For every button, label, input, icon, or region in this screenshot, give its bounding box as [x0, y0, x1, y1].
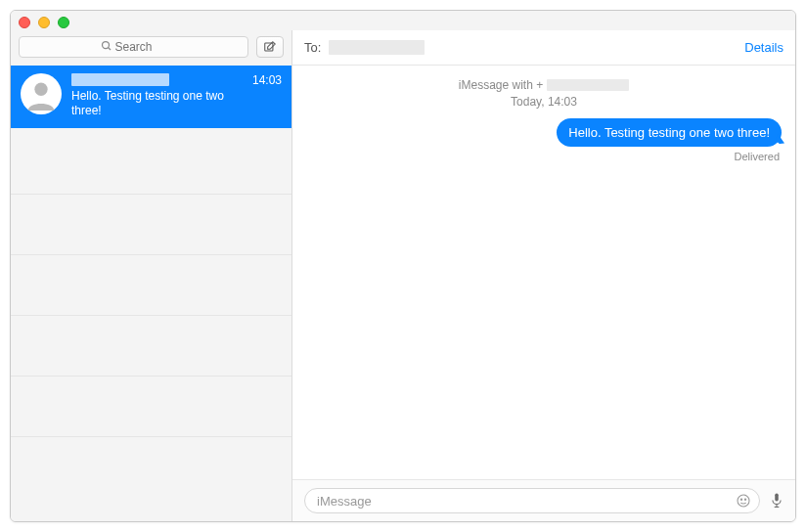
conversation-sidebar: 14:03 Hello. Testing testing one two thr… — [11, 30, 292, 521]
emoji-icon[interactable] — [736, 493, 751, 509]
list-item — [11, 255, 291, 316]
contact-name-redacted — [71, 73, 169, 86]
recipient-redacted[interactable] — [329, 40, 425, 55]
message-field[interactable] — [304, 488, 760, 513]
svg-point-7 — [744, 499, 745, 500]
list-item — [11, 195, 291, 255]
conversation-time: 14:03 — [252, 73, 282, 87]
to-bar: To: Details — [292, 30, 795, 66]
message-bubble[interactable]: Hello. Testing testing one two three! — [557, 118, 782, 147]
microphone-icon[interactable] — [770, 492, 784, 510]
list-item — [11, 134, 291, 195]
svg-point-6 — [740, 499, 741, 500]
conversation-body: 14:03 Hello. Testing testing one two thr… — [71, 73, 282, 118]
search-field-wrap — [19, 36, 248, 58]
window-close-button[interactable] — [19, 17, 30, 28]
conversation-preview: Hello. Testing testing one two three! — [71, 89, 247, 118]
window-titlebar — [11, 11, 795, 30]
message-input[interactable] — [317, 494, 736, 509]
messages-window: 14:03 Hello. Testing testing one two thr… — [10, 10, 796, 522]
thread-timestamp: Today, 14:03 — [306, 94, 782, 111]
message-row-outgoing: Hello. Testing testing one two three! — [306, 118, 782, 147]
chat-pane: To: Details iMessage with + Today, 14:03… — [292, 30, 795, 521]
window-zoom-button[interactable] — [58, 17, 69, 28]
sidebar-toolbar — [11, 30, 291, 66]
details-button[interactable]: Details — [744, 40, 784, 55]
person-icon — [22, 75, 60, 112]
svg-rect-8 — [775, 493, 779, 501]
thread-header: iMessage with + Today, 14:03 — [306, 77, 782, 111]
conversation-item[interactable]: 14:03 Hello. Testing testing one two thr… — [11, 66, 291, 128]
delivery-status: Delivered — [306, 151, 782, 162]
list-item — [11, 316, 291, 377]
conversation-header-row: 14:03 — [71, 73, 282, 87]
conversation-list: 14:03 Hello. Testing testing one two thr… — [11, 66, 291, 521]
compose-button[interactable] — [256, 36, 284, 58]
window-content: 14:03 Hello. Testing testing one two thr… — [11, 30, 795, 521]
compose-bar — [292, 479, 795, 521]
compose-icon — [263, 40, 277, 54]
chat-scroll-area[interactable]: iMessage with + Today, 14:03 Hello. Test… — [292, 66, 795, 479]
list-item — [11, 377, 291, 437]
svg-point-4 — [34, 83, 47, 96]
window-minimize-button[interactable] — [38, 17, 50, 28]
avatar — [21, 73, 62, 114]
phone-number-redacted — [547, 79, 629, 91]
to-label: To: — [304, 40, 321, 55]
search-input[interactable] — [19, 36, 248, 58]
svg-point-5 — [738, 495, 749, 507]
thread-prefix: iMessage with + — [459, 77, 543, 94]
